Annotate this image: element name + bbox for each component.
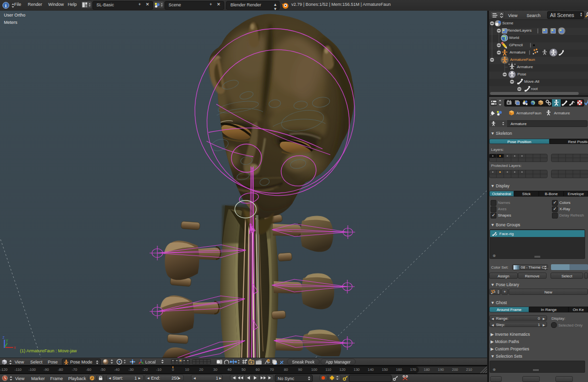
svg-text:z: z xyxy=(2,335,5,340)
svg-text:y: y xyxy=(6,338,8,343)
svg-text:i: i xyxy=(5,3,7,8)
svg-text:x: x xyxy=(14,345,16,350)
